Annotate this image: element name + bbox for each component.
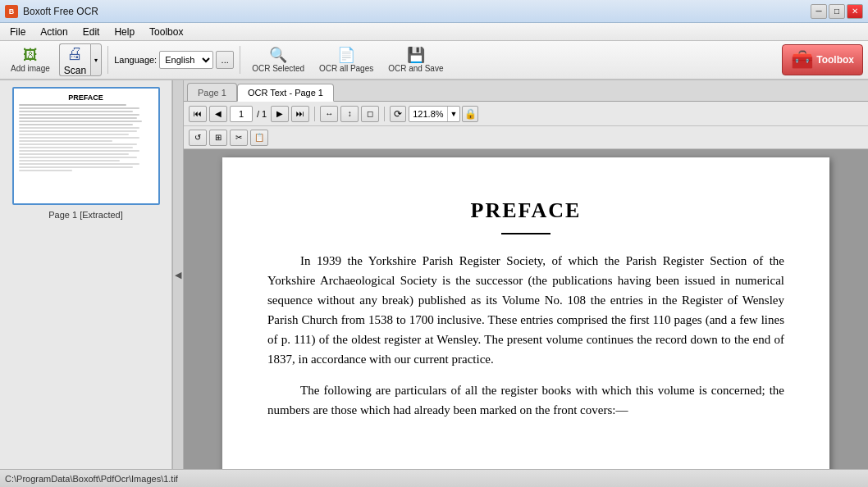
zoom-group: 121.8% ▼ 🔒	[409, 106, 478, 122]
thumb-line	[19, 160, 120, 162]
first-page-button[interactable]: ⏮	[189, 106, 207, 122]
document-page: PREFACE In 1939 the Yorkshire Parish Reg…	[222, 157, 829, 469]
tabs-bar: Page 1 OCR Text - Page 1	[184, 80, 868, 102]
status-path: C:\ProgramData\Boxoft\PdfOcr\Images\1.ti…	[5, 474, 178, 484]
thumb-line	[19, 166, 133, 168]
maximize-button[interactable]: □	[829, 4, 845, 19]
menu-help[interactable]: Help	[107, 25, 141, 39]
toolbox-icon: 🧰	[791, 49, 813, 71]
ocr-selected-icon: 🔍	[269, 48, 287, 62]
tab-ocr-text[interactable]: OCR Text - Page 1	[237, 84, 334, 102]
page-thumbnail[interactable]: PREFACE	[12, 87, 160, 205]
content-area: Page 1 OCR Text - Page 1 ⏮ ◀ / 1 ▶ ⏭ ↔ ↕…	[184, 80, 868, 469]
scan-icon: 🖨	[66, 44, 83, 63]
view-toolbar: ⏮ ◀ / 1 ▶ ⏭ ↔ ↕ ◻ ⟳ 121.8% ▼ 🔒	[184, 102, 868, 126]
sidebar: PREFACE	[0, 80, 172, 469]
thumb-line	[19, 117, 137, 119]
separator-2	[240, 46, 240, 74]
thumb-line	[19, 150, 140, 152]
scan-button[interactable]: 🖨 Scan	[59, 43, 90, 76]
thumb-line	[19, 127, 140, 129]
title-bar-left: B Boxoft Free OCR	[5, 5, 98, 18]
zoom-lock-button[interactable]: 🔒	[462, 106, 478, 122]
zoom-dropdown-button[interactable]: ▼	[447, 107, 460, 121]
fit-page-button[interactable]: ↕	[340, 106, 359, 122]
document-title: PREFACE	[267, 198, 784, 223]
thumb-line	[19, 137, 140, 139]
ocr-all-icon: 📄	[337, 48, 355, 62]
document-paragraph-2: The following are particulars of all the…	[267, 380, 784, 420]
ocr-selected-label: OCR Selected	[252, 64, 304, 73]
thumb-line	[19, 104, 126, 106]
app-title: Boxoft Free OCR	[23, 6, 98, 17]
page-label: Page 1 [Extracted]	[48, 210, 123, 220]
thumb-line	[19, 143, 137, 145]
ocr-and-save-button[interactable]: 💾 OCR and Save	[382, 43, 449, 76]
app-icon: B	[5, 5, 18, 18]
ocr-all-pages-button[interactable]: 📄 OCR all Pages	[313, 43, 379, 76]
menu-file[interactable]: File	[3, 25, 32, 39]
status-bar: C:\ProgramData\Boxoft\PdfOcr\Images\1.ti…	[0, 469, 868, 487]
minimize-button[interactable]: ─	[811, 4, 827, 19]
page-number-input[interactable]	[230, 106, 253, 122]
thumb-line	[19, 153, 129, 155]
toolbox-button[interactable]: 🧰 Toolbox	[782, 44, 863, 75]
add-image-icon: 🖼	[23, 48, 38, 62]
next-page-button[interactable]: ▶	[271, 106, 289, 122]
thumb-line	[19, 121, 143, 122]
thumbnail-preview: PREFACE	[14, 89, 158, 203]
sidebar-collapse-button[interactable]: ◀	[172, 80, 184, 469]
ocr-selected-button[interactable]: 🔍 OCR Selected	[246, 43, 310, 76]
language-more-button[interactable]: ...	[216, 51, 234, 69]
add-image-button[interactable]: 🖼 Add image	[5, 43, 56, 76]
menu-bar: File Action Edit Help Toolbox	[0, 23, 868, 41]
view-separator-1	[314, 107, 315, 121]
main-toolbar: 🖼 Add image 🖨 Scan ▾ Language: English F…	[0, 41, 868, 80]
scan-group: 🖨 Scan ▾	[59, 43, 102, 76]
thumb-line	[19, 147, 133, 148]
page-total: / 1	[255, 109, 268, 119]
scan-dropdown-button[interactable]: ▾	[90, 43, 102, 76]
thumb-line	[19, 111, 133, 112]
document-area[interactable]: PREFACE In 1939 the Yorkshire Parish Reg…	[184, 149, 868, 469]
language-label: Language:	[114, 55, 157, 65]
thumb-line	[19, 124, 133, 125]
crop-button[interactable]: ✂	[230, 130, 248, 146]
rotate-button[interactable]: ↺	[189, 130, 207, 146]
actual-size-button[interactable]: ◻	[361, 106, 379, 122]
refresh-button[interactable]: ⟳	[390, 106, 406, 122]
zoom-value: 121.8%	[409, 109, 446, 119]
toolbox-label: Toolbox	[816, 54, 854, 66]
title-bar: B Boxoft Free OCR ─ □ ✕	[0, 0, 868, 23]
close-button[interactable]: ✕	[847, 4, 863, 19]
thumb-line	[19, 134, 129, 135]
scan-label: Scan	[64, 65, 86, 76]
prev-page-button[interactable]: ◀	[209, 106, 227, 122]
title-bar-controls: ─ □ ✕	[811, 4, 863, 19]
document-paragraph-1: In 1939 the Yorkshire Parish Register So…	[267, 251, 784, 369]
grid-button[interactable]: ⊞	[209, 130, 227, 146]
paste-button[interactable]: 📋	[250, 130, 268, 146]
menu-edit[interactable]: Edit	[76, 25, 107, 39]
zoom-display[interactable]: 121.8% ▼	[409, 106, 460, 122]
language-group: Language: English French German ...	[114, 51, 234, 69]
ocr-all-pages-label: OCR all Pages	[319, 64, 373, 73]
view-separator-2	[384, 107, 385, 121]
fit-width-button[interactable]: ↔	[320, 106, 338, 122]
tab-page1[interactable]: Page 1	[187, 83, 237, 101]
thumbnail-lines	[19, 104, 153, 171]
thumb-line	[19, 157, 137, 158]
add-image-label: Add image	[11, 64, 50, 73]
language-select[interactable]: English French German	[159, 51, 213, 69]
separator-1	[107, 46, 108, 74]
menu-action[interactable]: Action	[34, 25, 74, 39]
thumb-line	[19, 130, 137, 132]
thumb-line	[19, 114, 140, 116]
document-rule	[501, 233, 550, 234]
thumb-line	[19, 163, 140, 165]
menu-toolbox[interactable]: Toolbox	[143, 25, 190, 39]
last-page-button[interactable]: ⏭	[291, 106, 309, 122]
thumb-line	[19, 140, 113, 142]
thumb-line	[19, 107, 140, 109]
ocr-and-save-label: OCR and Save	[388, 64, 443, 73]
